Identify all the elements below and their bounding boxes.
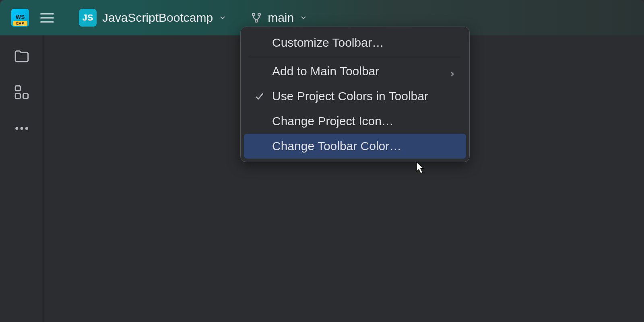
toolbar-context-menu: Customize Toolbar… Add to Main Toolbar U…: [240, 27, 470, 162]
svg-point-2: [255, 20, 258, 22]
git-branch-icon: [251, 12, 262, 23]
menu-item-add-to-main-toolbar[interactable]: Add to Main Toolbar: [244, 59, 466, 84]
icon-label-bottom: EAP: [13, 21, 27, 26]
sidebar: [0, 35, 43, 322]
menu-item-label: Change Project Icon…: [272, 114, 394, 128]
branch-selector[interactable]: main: [251, 11, 308, 25]
ide-window: WS EAP JS JavaScriptBootcamp ma: [0, 0, 644, 322]
menu-item-customize-toolbar[interactable]: Customize Toolbar…: [244, 30, 466, 55]
svg-point-8: [25, 127, 28, 130]
menu-item-label: Use Project Colors in Toolbar: [272, 89, 428, 103]
menu-item-use-project-colors[interactable]: Use Project Colors in Toolbar: [244, 84, 466, 109]
menu-item-label: Customize Toolbar…: [272, 36, 384, 50]
svg-point-1: [258, 13, 260, 16]
project-name: JavaScriptBootcamp: [102, 11, 213, 25]
hamburger-menu-icon[interactable]: [40, 13, 54, 23]
svg-point-7: [20, 127, 23, 130]
svg-point-0: [252, 13, 255, 16]
menu-item-label: Change Toolbar Color…: [272, 139, 401, 153]
chevron-down-icon: [219, 14, 227, 22]
svg-rect-4: [15, 94, 20, 99]
branch-name: main: [268, 11, 294, 25]
check-icon: [254, 91, 265, 102]
svg-rect-3: [15, 86, 20, 91]
project-type-badge: JS: [79, 9, 97, 27]
svg-rect-5: [23, 94, 28, 99]
app-icon[interactable]: WS EAP: [11, 9, 29, 27]
menu-item-change-toolbar-color[interactable]: Change Toolbar Color…: [244, 134, 466, 159]
chevron-right-icon: [448, 67, 456, 75]
chevron-down-icon: [299, 14, 308, 22]
project-tool-icon[interactable]: [13, 47, 30, 64]
project-selector[interactable]: JS JavaScriptBootcamp: [79, 9, 227, 27]
svg-point-6: [15, 127, 18, 130]
structure-tool-icon[interactable]: [13, 84, 30, 101]
more-tools-icon[interactable]: [13, 120, 30, 137]
menu-item-label: Add to Main Toolbar: [272, 64, 379, 78]
menu-item-change-project-icon[interactable]: Change Project Icon…: [244, 109, 466, 134]
menu-divider: [250, 57, 460, 57]
icon-label-top: WS: [16, 14, 25, 20]
webstorm-eap-icon: WS EAP: [11, 9, 29, 27]
